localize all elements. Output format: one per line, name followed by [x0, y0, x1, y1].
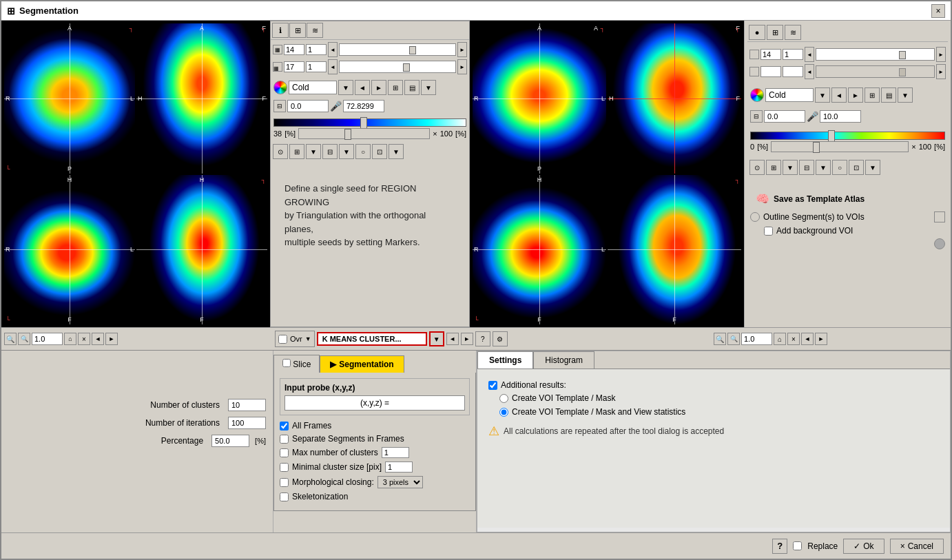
r-nav-next[interactable]: ►: [815, 333, 827, 345]
max-clusters-checkbox[interactable]: [280, 448, 289, 457]
skeletonization-checkbox[interactable]: [280, 492, 289, 501]
min-value[interactable]: [287, 100, 329, 112]
far-percent-slider[interactable]: [771, 141, 909, 152]
tab-slice[interactable]: Slice: [273, 355, 320, 373]
clusters-input[interactable]: [228, 399, 266, 411]
nav-prev[interactable]: ◄: [92, 333, 104, 345]
zoom-out-btn[interactable]: 🔍: [18, 333, 30, 345]
far-scroll-left2[interactable]: ◄: [805, 64, 814, 79]
far-icon-e[interactable]: ⊡: [849, 160, 864, 175]
slice-scroll-down1[interactable]: ►: [457, 42, 467, 57]
save-atlas-btn[interactable]: 🧠 Save as Template Atlas: [750, 189, 945, 208]
percentage-input[interactable]: [211, 435, 249, 447]
far-thumb2[interactable]: [899, 68, 906, 76]
iterations-input[interactable]: [228, 417, 266, 429]
colormap-btn2[interactable]: ▤: [404, 80, 420, 95]
colormap-dropdown[interactable]: ▼: [338, 80, 353, 95]
color-swatch[interactable]: [273, 81, 287, 94]
cancel-button[interactable]: × Cancel: [890, 539, 944, 554]
brain-right-tr[interactable]: F H F ┐: [608, 23, 741, 174]
slice-scroll-down2[interactable]: ►: [457, 59, 467, 74]
icon-btn-f[interactable]: ▼: [389, 144, 404, 159]
slider-thumb2[interactable]: [403, 63, 410, 72]
far-wave-btn[interactable]: ≋: [785, 25, 801, 40]
brain-right-tl[interactable]: A A R L P ┐: [473, 23, 606, 174]
morpho-checkbox[interactable]: [280, 478, 289, 487]
far-icon-f[interactable]: ▼: [865, 160, 880, 175]
r-zoom-in[interactable]: 🔍: [714, 333, 726, 345]
mode-help[interactable]: ?: [475, 331, 490, 346]
mode-prev[interactable]: ◄: [446, 333, 459, 345]
far-colormap-more[interactable]: ▼: [898, 87, 913, 103]
tab-segmentation[interactable]: ▶ Segmentation: [320, 355, 404, 373]
far-scroll-right2[interactable]: ►: [936, 64, 946, 79]
slider-thumb1[interactable]: [409, 46, 416, 54]
colormap-next[interactable]: ►: [371, 80, 386, 95]
far-icon-b[interactable]: ⊞: [766, 160, 781, 175]
brain-coronal[interactable]: A F H F ┐: [136, 23, 267, 174]
all-frames-checkbox[interactable]: [280, 422, 289, 431]
info-btn[interactable]: ℹ: [272, 23, 289, 38]
far-min-value[interactable]: [764, 110, 805, 123]
far-icon-a[interactable]: ⊙: [749, 160, 765, 175]
outline-extra-btn[interactable]: [934, 211, 945, 222]
icon-btn-b2[interactable]: ▼: [306, 144, 321, 159]
slice-scroll-up1[interactable]: ◄: [328, 42, 338, 57]
percent-slider[interactable]: [298, 128, 430, 139]
far-slice-num1b[interactable]: [783, 49, 803, 60]
ok-button[interactable]: ✓ Ok: [843, 539, 884, 554]
colormap-prev[interactable]: ◄: [355, 80, 370, 95]
colormap-more[interactable]: ▼: [421, 80, 436, 95]
ovr-checkbox[interactable]: [278, 335, 287, 344]
far-colormap-btn2[interactable]: ▤: [881, 87, 896, 103]
far-icon-c2[interactable]: ▼: [816, 160, 831, 175]
far-icon-d[interactable]: ○: [832, 160, 847, 175]
nav-next[interactable]: ►: [105, 333, 118, 345]
ovr-select[interactable]: Ovr ▼: [275, 331, 315, 347]
brain-right-br[interactable]: F ┐: [608, 175, 741, 325]
r-zoom-value[interactable]: [741, 333, 772, 345]
brain-axial-top[interactable]: A R L P ┐ └: [4, 23, 135, 174]
percent-thumb[interactable]: [344, 129, 351, 140]
far-max-value[interactable]: [820, 110, 861, 123]
mode-next[interactable]: ►: [461, 333, 473, 345]
max-clusters-input[interactable]: [382, 447, 409, 458]
colormap-btn1[interactable]: ⊞: [388, 80, 403, 95]
slice-slider1[interactable]: [339, 43, 456, 56]
voi1-radio[interactable]: [499, 394, 508, 403]
grid-btn[interactable]: ⊞: [289, 23, 306, 38]
r-zoom-out[interactable]: 🔍: [727, 333, 740, 345]
far-slider1[interactable]: [816, 48, 935, 61]
zoom-in-btn[interactable]: 🔍: [4, 333, 17, 345]
r-zoom-reset[interactable]: ⌂: [774, 333, 786, 345]
max-value[interactable]: [343, 100, 384, 112]
far-icon-c[interactable]: ⊟: [799, 160, 814, 175]
wave-btn[interactable]: ≋: [307, 23, 323, 38]
mode-dropdown[interactable]: ▼: [429, 331, 444, 346]
far-info-btn[interactable]: ●: [749, 25, 765, 40]
icon-btn-d[interactable]: ○: [355, 144, 371, 159]
far-percent-thumb[interactable]: [813, 142, 820, 153]
far-grid-btn[interactable]: ⊞: [767, 25, 783, 40]
mode-settings[interactable]: ⚙: [493, 331, 508, 346]
brain-right-bl[interactable]: H R L F └: [473, 175, 606, 325]
close-button[interactable]: ×: [931, 4, 945, 18]
r-nav-x[interactable]: ×: [787, 333, 800, 345]
far-slice-num2[interactable]: [760, 66, 781, 77]
icon-btn-e[interactable]: ⊡: [372, 144, 387, 159]
icon-btn-c2[interactable]: ▼: [339, 144, 354, 159]
far-color-swatch[interactable]: [750, 88, 764, 102]
nav-left[interactable]: ×: [78, 333, 90, 345]
r-nav-prev[interactable]: ◄: [801, 333, 814, 345]
far-slider2[interactable]: [816, 65, 935, 78]
far-colormap-next[interactable]: ►: [848, 87, 863, 103]
brain-sagittal[interactable]: H F ┐: [136, 175, 267, 325]
help-button[interactable]: ?: [772, 539, 787, 554]
min-cluster-input[interactable]: [385, 462, 413, 473]
slice-checkbox[interactable]: [282, 359, 291, 367]
far-colormap-btn1[interactable]: ⊞: [865, 87, 880, 103]
slice-num1b[interactable]: [306, 44, 327, 55]
icon-btn-c[interactable]: ⊟: [322, 144, 338, 159]
slice-num2[interactable]: [284, 61, 304, 72]
voi2-radio[interactable]: [499, 408, 508, 417]
